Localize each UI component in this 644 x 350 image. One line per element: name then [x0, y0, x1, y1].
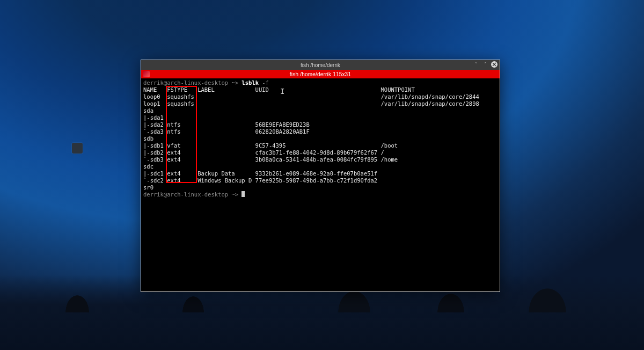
desktop-panel-icon[interactable] — [72, 143, 83, 154]
text-caret-icon: I — [280, 88, 284, 95]
terminal-window: fish /home/derrik ˅ ˄ fish /home/derrik … — [141, 60, 500, 292]
window-title: fish /home/derrik — [301, 62, 340, 68]
terminal-tab-bar[interactable]: fish /home/derrik 115x31 — [141, 70, 500, 78]
window-maximize-button[interactable]: ˄ — [482, 61, 488, 68]
fstype-column-highlight — [166, 86, 197, 183]
terminal-app-icon — [143, 71, 150, 77]
terminal-tab-title: fish /home/derrik 115x31 — [290, 71, 351, 77]
window-minimize-button[interactable]: ˅ — [473, 61, 479, 68]
terminal-cursor — [241, 191, 245, 197]
desktop-wallpaper: fish /home/derrik ˅ ˄ fish /home/derrik … — [0, 0, 644, 350]
terminal-output[interactable]: derrik@arch-linux-desktop ~> lsblk -f NA… — [141, 78, 500, 291]
window-titlebar[interactable]: fish /home/derrik ˅ ˄ — [141, 60, 500, 70]
window-close-button[interactable] — [491, 61, 497, 68]
